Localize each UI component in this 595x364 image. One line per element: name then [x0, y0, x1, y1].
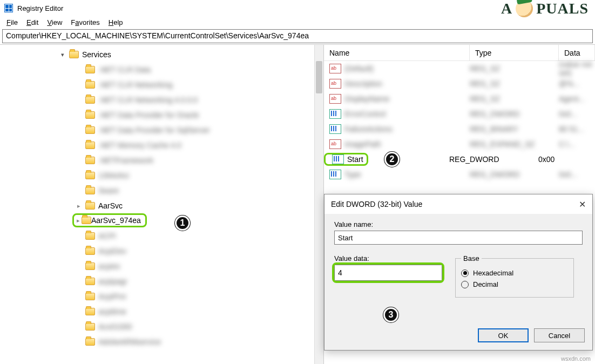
annotation-3: 3: [383, 307, 398, 322]
reg-dword-icon: [329, 109, 341, 119]
scrollbar-thumb[interactable]: [316, 61, 322, 93]
folder-icon: [85, 278, 95, 285]
main-area: Services.NET CLR Data.NET CLR Networking…: [0, 44, 595, 364]
menu-edit[interactable]: Edit: [23, 17, 42, 28]
dialog-title: Edit DWORD (32-bit) Value: [331, 200, 422, 208]
column-data[interactable]: Data: [559, 45, 595, 60]
folder-icon: [85, 157, 95, 164]
reg-string-icon: [329, 79, 341, 89]
folder-icon: [85, 323, 95, 331]
ok-button[interactable]: OK: [478, 328, 529, 342]
menubar: File Edit View Favorites Help: [0, 16, 595, 28]
folder-icon: [85, 172, 95, 179]
tree-node-adobearmservice[interactable]: AdobeARMservice: [0, 334, 323, 349]
menu-help[interactable]: Help: [105, 17, 126, 28]
tree-node-acpipmi[interactable]: AcpiPmi: [0, 289, 323, 304]
folder-icon: [82, 217, 91, 224]
folder-icon: [85, 232, 95, 240]
folder-icon: [85, 338, 95, 346]
reg-dword-icon: [329, 170, 341, 179]
folder-icon: [85, 187, 95, 194]
column-name[interactable]: Name: [324, 45, 470, 60]
reg-dword-icon: [332, 154, 344, 164]
folder-icon: [85, 126, 95, 134]
column-type[interactable]: Type: [470, 45, 559, 60]
chevron-right-icon[interactable]: [75, 217, 82, 224]
value-data-label: Value data:: [334, 254, 442, 262]
cancel-button[interactable]: Cancel: [534, 328, 585, 342]
menu-favorites[interactable]: Favorites: [67, 17, 103, 28]
folder-icon: [85, 293, 95, 300]
tree-node-acpiex[interactable]: acpiex: [0, 259, 323, 274]
tree-node--net-clr-networking[interactable]: .NET CLR Networking: [0, 77, 323, 92]
annotation-2: 2: [384, 152, 400, 167]
tree-node-acpidev[interactable]: AcpiDev: [0, 244, 323, 259]
menu-file[interactable]: File: [3, 17, 21, 28]
folder-icon: [85, 96, 95, 104]
close-icon[interactable]: ✕: [579, 199, 586, 210]
chevron-right-icon[interactable]: [76, 203, 82, 210]
radio-hexadecimal[interactable]: Hexadecimal: [461, 269, 568, 277]
folder-icon: [69, 51, 79, 58]
tree-node--net-data-provider-for-oracle[interactable]: .NET Data Provider for Oracle: [0, 107, 323, 123]
titlebar: Registry Editor: [0, 0, 595, 16]
value-row--default-[interactable]: (Default)REG_SZ(value not set): [324, 61, 595, 76]
value-row-description[interactable]: DescriptionREG_SZ@%...: [324, 76, 595, 91]
folder-icon: [85, 141, 95, 149]
reg-string-icon: [329, 64, 341, 73]
reg-string-icon: [329, 94, 341, 104]
menu-view[interactable]: View: [44, 17, 65, 28]
tree-node-aarsvc-974ea[interactable]: AarSvc_974ea: [0, 213, 323, 228]
reg-dword-icon: [329, 124, 341, 134]
reg-string-icon: [329, 139, 341, 149]
value-row-failureactions[interactable]: FailureActionsREG_BINARY80 51...: [324, 122, 595, 137]
folder-icon: [85, 262, 95, 270]
value-data-field[interactable]: [334, 265, 442, 281]
regedit-app-icon: [4, 4, 13, 12]
value-name-field[interactable]: [334, 231, 583, 245]
tree-node--net-data-provider-for-sqlserver[interactable]: .NET Data Provider for SqlServer: [0, 123, 323, 138]
tree-node-acpi[interactable]: ACPI: [0, 228, 323, 244]
tree-node-acx01000[interactable]: Acx01000: [0, 319, 323, 334]
folder-icon: [85, 66, 95, 73]
tree-node-acpitime[interactable]: acpitime: [0, 304, 323, 319]
window-title: Registry Editor: [17, 4, 63, 12]
tree-node-1394ohci[interactable]: 1394ohci: [0, 168, 323, 183]
chevron-down-icon[interactable]: [59, 51, 66, 58]
address-bar[interactable]: Computer\HKEY_LOCAL_MACHINE\SYSTEM\Curre…: [2, 29, 593, 43]
value-row-errorcontrol[interactable]: ErrorControlREG_DWORD0x0...: [324, 106, 595, 122]
tree-node--net-clr-networking-4-0-0-0[interactable]: .NET CLR Networking 4.0.0.0: [0, 92, 323, 107]
value-row-start[interactable]: StartREG_DWORD0x00: [324, 152, 595, 167]
tree-node-aarsvc[interactable]: AarSvc: [0, 198, 323, 213]
tree-panel: Services.NET CLR Data.NET CLR Networking…: [0, 45, 324, 364]
annotation-1: 1: [175, 215, 190, 231]
tree-node--net-clr-data[interactable]: .NET CLR Data: [0, 62, 323, 77]
tree-node--net-memory-cache-4-0[interactable]: .NET Memory Cache 4.0: [0, 138, 323, 153]
folder-icon: [85, 247, 95, 255]
dialog-titlebar: Edit DWORD (32-bit) Value ✕: [324, 194, 592, 214]
tree-scrollbar[interactable]: [314, 45, 323, 364]
value-row-type[interactable]: TypeREG_DWORD0x0...: [324, 167, 595, 182]
tree-node-acpipagr[interactable]: acpipagr: [0, 274, 323, 289]
folder-icon: [85, 308, 95, 315]
radio-decimal[interactable]: Decimal: [461, 280, 568, 288]
folder-icon: [85, 81, 95, 89]
base-group: Base Hexadecimal Decimal: [455, 254, 574, 298]
value-name-label: Value name:: [334, 220, 583, 228]
edit-dword-dialog: Edit DWORD (32-bit) Value ✕ Value name: …: [324, 194, 593, 350]
tree-node-3ware[interactable]: 3ware: [0, 183, 323, 198]
folder-icon: [85, 202, 95, 210]
tree-node-services[interactable]: Services: [0, 47, 323, 62]
base-label: Base: [461, 254, 482, 262]
values-header: Name Type Data: [324, 45, 595, 61]
value-row-imagepath[interactable]: ImagePathREG_EXPAND_SZC:\...: [324, 137, 595, 152]
folder-icon: [85, 111, 95, 119]
tree-node--netframework[interactable]: .NETFramework: [0, 153, 323, 168]
value-row-displayname[interactable]: DisplayNameREG_SZAgent...: [324, 91, 595, 106]
